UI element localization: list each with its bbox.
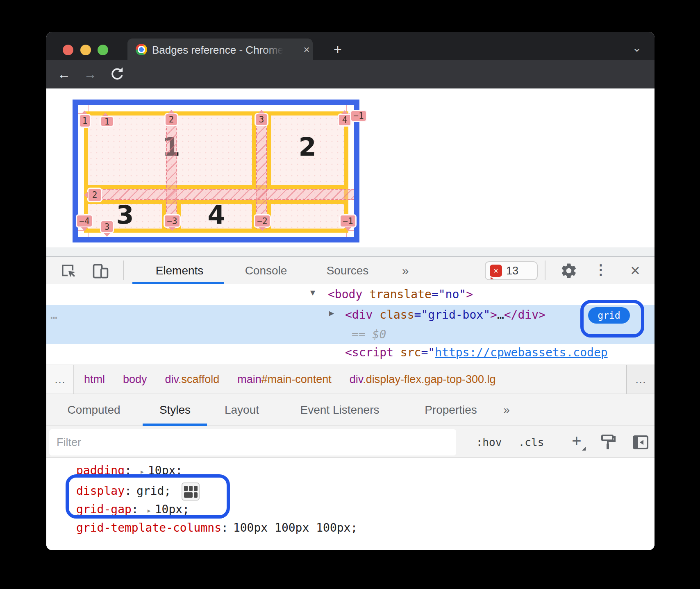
dom-node-script[interactable]: <script src="https://cpwebassets.codep bbox=[46, 346, 655, 360]
expand-arrow-icon[interactable]: ▸ bbox=[136, 467, 148, 476]
dom-node-grid-box[interactable]: … ▶ <div class="grid-box">…</div> bbox=[46, 308, 655, 323]
tab-layout[interactable]: Layout bbox=[225, 399, 259, 421]
forward-icon[interactable]: → bbox=[83, 67, 98, 82]
new-tab-button[interactable]: + bbox=[331, 43, 345, 57]
devtools-close-icon[interactable]: × bbox=[627, 261, 644, 279]
tab-close-icon[interactable]: × bbox=[300, 43, 313, 56]
traffic-light-close[interactable] bbox=[63, 45, 73, 55]
grid-row-line bbox=[88, 185, 344, 189]
grid-line-badge: 2 bbox=[87, 188, 102, 202]
active-tab-underline bbox=[132, 282, 224, 284]
grid-row-gap-hatch bbox=[91, 189, 354, 200]
hover-state-button[interactable]: :hov bbox=[476, 431, 502, 454]
grid-column-gap-hatch bbox=[256, 116, 267, 229]
breadcrumb: html body div.scaffold main#main-content… bbox=[84, 365, 626, 394]
reload-icon[interactable] bbox=[109, 66, 126, 83]
grid-overlay-outer-lines bbox=[84, 111, 348, 233]
breadcrumb-overflow-left[interactable]: … bbox=[46, 365, 74, 394]
tab-styles[interactable]: Styles bbox=[159, 399, 191, 421]
breadcrumb-overflow-right[interactable]: … bbox=[626, 365, 655, 394]
grid-line-badge: 1 bbox=[100, 116, 114, 127]
active-pane-underline bbox=[143, 424, 207, 426]
devtools-settings-gear-icon[interactable] bbox=[560, 262, 577, 279]
tab-search-chevron-icon[interactable]: ⌄ bbox=[630, 41, 644, 53]
browser-toolbar: ← → ⓘ localhost:8080/docs/devtools/eleme… bbox=[46, 60, 655, 88]
tree-expanded-icon[interactable]: ▼ bbox=[310, 288, 324, 297]
grid-line-badge: −4 bbox=[76, 214, 93, 228]
tab-sources[interactable]: Sources bbox=[322, 261, 373, 280]
crumb-html[interactable]: html bbox=[84, 373, 105, 386]
css-declaration-grid-template-columns[interactable]: grid-template-columns:100px 100px 100px; bbox=[76, 521, 357, 536]
show-sidebar-panel-icon[interactable] bbox=[631, 433, 650, 452]
device-toolbar-icon[interactable] bbox=[91, 262, 109, 280]
traffic-light-minimize[interactable] bbox=[80, 45, 91, 55]
page-gutter-line bbox=[67, 89, 67, 247]
tab-title-fade bbox=[263, 43, 288, 57]
tab-console[interactable]: Console bbox=[239, 261, 293, 280]
new-style-rule-button[interactable]: + bbox=[567, 430, 586, 453]
console-error-counter[interactable]: × 13 bbox=[485, 261, 538, 280]
grid-badge[interactable]: grid bbox=[588, 307, 630, 324]
crumb-body[interactable]: body bbox=[123, 373, 147, 386]
grid-line-badge: −1 bbox=[339, 214, 357, 228]
css-declaration-grid-gap[interactable]: grid-gap:▸10px; bbox=[76, 503, 189, 517]
element-classes-button[interactable]: .cls bbox=[518, 431, 544, 454]
grid-line-badge: 1 bbox=[79, 114, 91, 128]
tab-elements[interactable]: Elements bbox=[148, 261, 211, 280]
more-panes-icon[interactable]: » bbox=[503, 399, 510, 421]
tab-strip: Badges reference - Chrome De × + ⌄ bbox=[46, 32, 655, 60]
row-overflow-dots: … bbox=[50, 308, 57, 322]
more-tabs-icon[interactable]: » bbox=[395, 261, 415, 280]
back-icon[interactable]: ← bbox=[57, 67, 71, 82]
grid-line-badge: 4 bbox=[338, 113, 352, 127]
tab-event-listeners[interactable]: Event Listeners bbox=[300, 399, 380, 421]
css-declaration-padding[interactable]: padding:▸10px; bbox=[76, 464, 182, 478]
dom-node-body[interactable]: ▼ <body translate="no"> bbox=[46, 288, 655, 302]
browser-window: Badges reference - Chrome De × + ⌄ ← → ⓘ… bbox=[46, 32, 655, 550]
crumb-main-content[interactable]: main#main-content bbox=[237, 373, 332, 386]
script-src-link[interactable]: https://cpwebassets.codep bbox=[435, 346, 607, 359]
devtools-menu-dots-icon[interactable]: ⋮ bbox=[594, 261, 608, 279]
traffic-light-maximize[interactable] bbox=[98, 45, 108, 55]
toolbar-divider bbox=[545, 261, 545, 280]
grid-line-badge: −1 bbox=[350, 110, 367, 122]
crumb-div-display-flex[interactable]: div.display-flex.gap-top-300.lg bbox=[350, 373, 496, 386]
expand-arrow-icon[interactable]: ▸ bbox=[143, 505, 155, 515]
inspect-element-icon[interactable] bbox=[59, 262, 77, 279]
error-icon: × bbox=[490, 265, 502, 277]
grid-editor-icon[interactable] bbox=[182, 483, 200, 501]
filter-input[interactable] bbox=[49, 429, 456, 455]
grid-column-line bbox=[252, 116, 256, 185]
grid-row-line bbox=[88, 200, 344, 204]
css-declaration-display-grid[interactable]: display:grid; bbox=[76, 484, 171, 499]
dollar-zero-line: == $0 bbox=[46, 328, 655, 342]
crumb-div-scaffold[interactable]: div.scaffold bbox=[165, 373, 220, 386]
grid-column-line bbox=[267, 116, 271, 185]
toolbar-divider bbox=[123, 261, 124, 280]
tree-collapsed-icon[interactable]: ▶ bbox=[329, 308, 343, 318]
chrome-favicon-icon bbox=[136, 44, 147, 55]
browser-tab[interactable]: Badges reference - Chrome De × bbox=[127, 39, 313, 60]
grid-line-extension bbox=[346, 233, 347, 237]
grid-line-badge: 2 bbox=[164, 113, 178, 126]
rendering-brush-icon[interactable] bbox=[598, 433, 618, 452]
page-scroll-band bbox=[46, 247, 655, 257]
error-count: 13 bbox=[506, 265, 518, 277]
screenshot-stage: Badges reference - Chrome De × + ⌄ ← → ⓘ… bbox=[0, 0, 700, 589]
grid-column-gap-hatch bbox=[166, 116, 177, 229]
grid-line-badge: 3 bbox=[255, 113, 268, 126]
grid-line-badge: 3 bbox=[100, 220, 114, 233]
tab-properties[interactable]: Properties bbox=[425, 399, 477, 421]
tab-computed[interactable]: Computed bbox=[67, 399, 120, 421]
grid-line-badge: −3 bbox=[164, 214, 181, 228]
grid-line-badge: −2 bbox=[254, 214, 271, 228]
grid-line-extension bbox=[88, 105, 89, 111]
grid-line-extension bbox=[88, 233, 89, 237]
